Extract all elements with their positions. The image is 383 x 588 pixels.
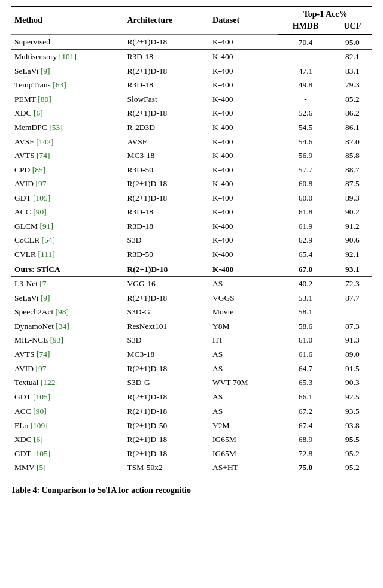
arch-cell: R3D-50 — [123, 163, 209, 177]
table-row: MMV [5]TSM-50x2AS+HT75.095.2 — [11, 460, 372, 475]
ucf-cell: 95.5 — [333, 432, 372, 447]
ucf-cell: 83.1 — [333, 64, 372, 78]
table-row: GDT [105]R(2+1)D-18AS66.192.5 — [11, 390, 372, 404]
hmdb-cell: 62.9 — [278, 233, 332, 247]
hmdb-cell: 61.0 — [278, 333, 332, 347]
ucf-cell: 93.1 — [333, 262, 372, 277]
hmdb-cell: 67.4 — [278, 419, 332, 433]
header-row-1: Method Architecture Dataset Top-1 Acc% — [11, 7, 372, 20]
table-caption: Table 4: Comparison to SoTA for action r… — [11, 484, 372, 496]
table-row: AVTS [74]MC3-18AS61.689.0 — [11, 347, 372, 362]
method-cell: PEMT [80] — [11, 92, 123, 107]
method-cell: MMV [5] — [11, 460, 123, 475]
table-row: MIL-NCE [93]S3DHT61.091.3 — [11, 333, 372, 347]
ucf-cell: 82.1 — [333, 50, 372, 64]
method-cell: AVTS [74] — [11, 148, 123, 163]
table-row: GDT [105]R(2+1)D-18IG65M72.895.2 — [11, 447, 372, 461]
method-cell: Textual [122] — [11, 375, 123, 390]
hmdb-cell: 61.6 — [278, 347, 332, 362]
table-row: L3-Net [7]VGG-16AS40.272.3 — [11, 277, 372, 291]
hmdb-cell: - — [278, 92, 332, 107]
hmdb-cell: 56.9 — [278, 148, 332, 163]
hmdb-cell: 75.0 — [278, 460, 332, 475]
arch-cell: R(2+1)D-18 — [123, 447, 209, 461]
dataset-cell: VGGS — [209, 291, 278, 305]
hmdb-cell: 60.8 — [278, 177, 332, 191]
method-cell: AVSF [142] — [11, 135, 123, 149]
ucf-cell: 90.2 — [333, 205, 372, 219]
dataset-header: Dataset — [209, 7, 278, 35]
ucf-cell: 90.6 — [333, 233, 372, 247]
ucf-cell: 95.2 — [333, 460, 372, 475]
method-cell: Speech2Act [98] — [11, 305, 123, 319]
method-cell: ACC [90] — [11, 205, 123, 219]
table-row: XDC [6]R(2+1)D-18K-40052.686.2 — [11, 106, 372, 120]
dataset-cell: K-400 — [209, 205, 278, 219]
dataset-cell: K-400 — [209, 78, 278, 92]
dataset-cell: Y8M — [209, 319, 278, 334]
dataset-cell: K-400 — [209, 92, 278, 107]
ucf-cell: 92.5 — [333, 390, 372, 404]
dataset-cell: K-400 — [209, 64, 278, 78]
ucf-cell: 93.8 — [333, 419, 372, 433]
table-row: GLCM [91]R3D-18K-40061.991.2 — [11, 219, 372, 234]
hmdb-cell: 61.9 — [278, 219, 332, 234]
arch-cell: R-2D3D — [123, 120, 209, 135]
method-cell: XDC [6] — [11, 106, 123, 120]
method-cell: Ours: STiCA — [11, 262, 123, 277]
ucf-cell: – — [333, 305, 372, 319]
arch-cell: VGG-16 — [123, 277, 209, 291]
method-cell: ELo [109] — [11, 419, 123, 433]
arch-cell: R3D-18 — [123, 205, 209, 219]
ucf-cell: 86.1 — [333, 120, 372, 135]
dataset-cell: AS — [209, 390, 278, 404]
dataset-cell: Movie — [209, 305, 278, 319]
hmdb-cell: 70.4 — [278, 35, 332, 50]
table-row: CoCLR [54]S3DK-40062.990.6 — [11, 233, 372, 247]
method-cell: L3-Net [7] — [11, 277, 123, 291]
method-cell: GDT [105] — [11, 447, 123, 461]
arch-cell: ResNext101 — [123, 319, 209, 334]
dataset-cell: K-400 — [209, 163, 278, 177]
method-cell: GDT [105] — [11, 191, 123, 205]
method-cell: MIL-NCE [93] — [11, 333, 123, 347]
arch-cell: R3D-50 — [123, 247, 209, 262]
arch-cell: R3D-18 — [123, 50, 209, 64]
table-row: Speech2Act [98]S3D-GMovie58.1– — [11, 305, 372, 319]
hmdb-cell: 49.8 — [278, 78, 332, 92]
ucf-cell: 92.1 — [333, 247, 372, 262]
hmdb-cell: 54.5 — [278, 120, 332, 135]
dataset-cell: WVT-70M — [209, 375, 278, 390]
hmdb-cell: 61.8 — [278, 205, 332, 219]
table-row: TempTrans [63]R3D-18K-40049.879.3 — [11, 78, 372, 92]
dataset-cell: AS — [209, 404, 278, 419]
hmdb-cell: 53.1 — [278, 291, 332, 305]
acc-group-header: Top-1 Acc% — [278, 7, 372, 20]
arch-cell: R(2+1)D-18 — [123, 35, 209, 50]
dataset-cell: K-400 — [209, 262, 278, 277]
arch-cell: MC3-18 — [123, 148, 209, 163]
method-cell: ACC [90] — [11, 404, 123, 419]
hmdb-cell: 68.9 — [278, 432, 332, 447]
table-row: GDT [105]R(2+1)D-18K-40060.089.3 — [11, 191, 372, 205]
ucf-cell: 91.3 — [333, 333, 372, 347]
table-row: Textual [122]S3D-GWVT-70M65.390.3 — [11, 375, 372, 390]
method-cell: SeLaVi [9] — [11, 291, 123, 305]
hmdb-cell: 65.3 — [278, 375, 332, 390]
table-row: AVID [97]R(2+1)D-18AS64.791.5 — [11, 362, 372, 376]
dataset-cell: K-400 — [209, 233, 278, 247]
method-cell: CPD [85] — [11, 163, 123, 177]
method-cell: AVID [97] — [11, 177, 123, 191]
table-row: SupervisedR(2+1)D-18K-40070.495.0 — [11, 35, 372, 50]
hmdb-cell: 67.0 — [278, 262, 332, 277]
hmdb-cell: 47.1 — [278, 64, 332, 78]
method-cell: GLCM [91] — [11, 219, 123, 234]
method-cell: CoCLR [54] — [11, 233, 123, 247]
arch-cell: AVSF — [123, 135, 209, 149]
table-row: SeLaVi [9]R(2+1)D-18VGGS53.187.7 — [11, 291, 372, 305]
arch-cell: R(2+1)D-18 — [123, 106, 209, 120]
method-cell: AVID [97] — [11, 362, 123, 376]
arch-cell: R(2+1)D-18 — [123, 362, 209, 376]
table-row: PEMT [80]SlowFastK-400-85.2 — [11, 92, 372, 107]
ucf-cell: 95.2 — [333, 447, 372, 461]
